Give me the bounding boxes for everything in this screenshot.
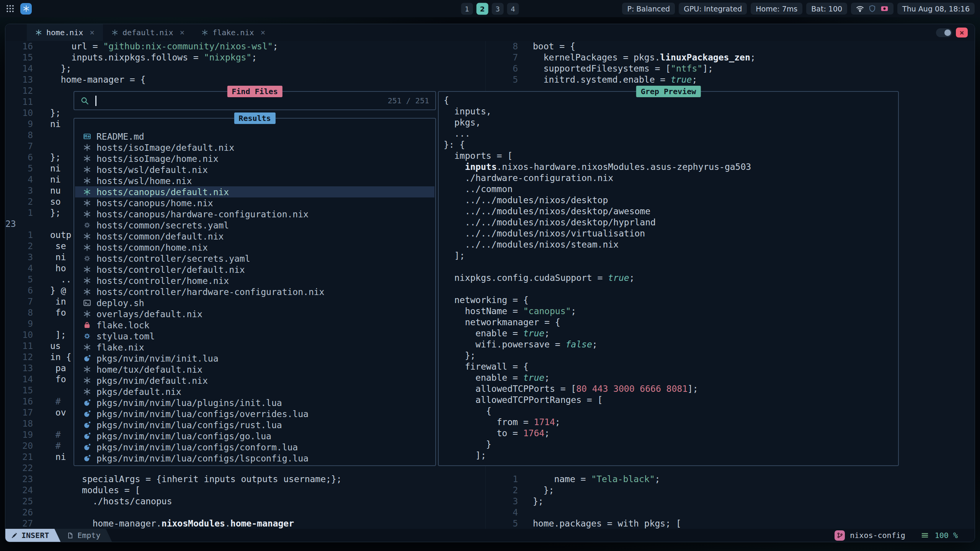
preview-content: { inputs, pkgs, ...}: { imports = [ inpu… (444, 95, 896, 464)
result-item[interactable]: hosts/common/default.nix (75, 231, 434, 242)
code-line: 5 initrd.systemd.enable = true; (486, 74, 975, 85)
pencil-icon (11, 532, 18, 539)
result-item[interactable]: hosts/controller/hardware-configuration.… (75, 286, 434, 297)
result-item[interactable]: pkgs/nvim/nvim/lua/configs/overrides.lua (75, 408, 434, 419)
preview-line: nixpkgs.config.cudaSupport = true; (444, 272, 896, 284)
result-item[interactable]: flake.nix (75, 342, 434, 353)
buffer-indicator: Empty (54, 529, 112, 542)
lua-icon (82, 454, 91, 462)
editor-tab[interactable]: home.nix× (27, 24, 103, 41)
result-item[interactable]: hosts/controller/home.nix (75, 275, 434, 286)
lua-icon (82, 432, 91, 440)
file-name: hosts/common/secrets.yaml (96, 220, 229, 230)
editor-tab[interactable]: default.nix× (103, 24, 193, 41)
status-module[interactable]: Home: 7ms (751, 3, 802, 15)
tab-close-icon[interactable]: × (90, 28, 95, 37)
nix-icon (82, 232, 91, 240)
telescope-results[interactable]: Results README.mdhosts/isoImage/default.… (74, 118, 436, 466)
apps-grid-icon[interactable] (5, 4, 15, 13)
result-item[interactable]: hosts/common/secrets.yaml (75, 220, 434, 231)
screen-record-icon[interactable] (880, 5, 889, 13)
workspace-button-1[interactable]: 1 (461, 3, 473, 15)
result-item[interactable]: hosts/controller/secrets.yaml (75, 253, 434, 264)
workspace-button-2[interactable]: 2 (477, 3, 488, 15)
tab-close-icon[interactable]: × (260, 28, 265, 37)
file-name: hosts/isoImage/home.nix (96, 154, 219, 164)
result-item[interactable]: pkgs/nvim/nvim/lua/configs/go.lua (75, 430, 434, 442)
shell-icon (82, 299, 91, 307)
result-item[interactable]: README.md (75, 131, 434, 142)
result-item[interactable]: hosts/wsl/default.nix (75, 164, 434, 175)
telescope-prompt[interactable]: Find Files 251 / 251 (74, 91, 436, 110)
result-item[interactable]: hosts/controller/default.nix (75, 264, 434, 275)
preview-line: allowedTCPPorts = [80 443 3000 6666 8081… (444, 383, 896, 395)
editor-area[interactable]: 16 url = "github:nix-community/nixos-wsl… (5, 41, 975, 529)
status-module[interactable]: Bat: 100 (806, 3, 847, 15)
preview-line: ... (444, 128, 896, 139)
result-item[interactable]: pkgs/default.nix (75, 386, 434, 397)
workspace-button-3[interactable]: 3 (492, 3, 504, 15)
status-module[interactable]: P: Balanced (622, 3, 675, 15)
tab-close-icon[interactable]: × (180, 28, 185, 37)
top-bar-left (5, 3, 32, 15)
shield-icon[interactable] (868, 5, 876, 13)
preview-line: hostName = "canopus"; (444, 306, 896, 317)
nix-icon (82, 266, 91, 274)
result-item[interactable]: flake.lock (75, 320, 434, 331)
file-name: pkgs/nvim/nvim/lua/configs/go.lua (96, 431, 271, 441)
file-name: flake.nix (96, 342, 144, 352)
file-name: pkgs/default.nix (96, 387, 181, 397)
result-item[interactable]: pkgs/nvim/default.nix (75, 375, 434, 386)
result-item[interactable]: hosts/common/home.nix (75, 242, 434, 253)
nix-icon (35, 29, 42, 36)
file-name: hosts/canopus/home.nix (96, 198, 213, 208)
code-line: 13 home-manager = { (5, 74, 485, 85)
preview-line: wifi.powersave = false; (444, 339, 896, 350)
clock[interactable]: Thu Aug 08, 18:16 (897, 3, 975, 15)
git-branch-icon (836, 532, 843, 539)
nix-icon (82, 310, 91, 318)
result-item[interactable]: hosts/canopus/default.nix (75, 186, 434, 197)
result-item[interactable]: pkgs/nvim/nvim/lua/plugins/init.lua (75, 397, 434, 408)
code-line: 2 }; (486, 485, 975, 496)
file-name: deploy.sh (96, 298, 144, 308)
window-close-button[interactable]: × (956, 28, 968, 37)
distro-logo-icon[interactable] (20, 3, 32, 15)
top-bar-right: P: BalancedGPU: IntegratedHome: 7msBat: … (622, 3, 975, 15)
result-item[interactable]: hosts/isoImage/default.nix (75, 142, 434, 153)
file-name: flake.lock (96, 320, 149, 330)
result-item[interactable]: deploy.sh (75, 297, 434, 308)
preview-line: enable = true; (444, 372, 896, 383)
workspace-button-4[interactable]: 4 (507, 3, 519, 15)
window-toggle[interactable] (936, 28, 952, 37)
editor-tab[interactable]: flake.nix× (193, 24, 274, 41)
result-item[interactable]: hosts/isoImage/home.nix (75, 153, 434, 164)
result-item[interactable]: hosts/canopus/home.nix (75, 197, 434, 209)
system-tray[interactable] (851, 3, 893, 15)
result-item[interactable]: home/tux/default.nix (75, 364, 434, 375)
result-counter: 251 / 251 (388, 92, 429, 109)
preview-line: inputs.nixos-hardware.nixosModules.asus-… (444, 161, 896, 173)
preview-line: from = 1714; (444, 417, 896, 428)
text-cursor (95, 96, 96, 106)
preview-line: }: { (444, 139, 896, 150)
result-item[interactable]: pkgs/nvim/nvim/init.lua (75, 353, 434, 364)
nix-icon (82, 166, 91, 174)
wifi-icon[interactable] (856, 5, 864, 13)
status-module[interactable]: GPU: Integrated (679, 3, 747, 15)
code-line: 4 (486, 507, 975, 518)
result-item[interactable]: pkgs/nvim/nvim/lua/configs/conform.lua (75, 442, 434, 453)
nix-icon (82, 199, 91, 207)
result-item[interactable]: pkgs/nvim/nvim/lua/configs/rust.lua (75, 419, 434, 430)
result-item[interactable]: pkgs/nvim/nvim/lua/configs/lspconfig.lua (75, 453, 434, 464)
result-item[interactable]: hosts/wsl/home.nix (75, 175, 434, 186)
preview-line (444, 284, 896, 295)
result-item[interactable]: stylua.toml (75, 331, 434, 342)
preview-line: networkmanager = { (444, 317, 896, 328)
result-item[interactable]: overlays/default.nix (75, 308, 434, 320)
window-controls: × (936, 28, 975, 37)
code-line: 24 modules = [ (5, 485, 485, 496)
scroll-lines-icon (921, 531, 929, 540)
code-line: 8boot = { (486, 41, 975, 52)
result-item[interactable]: hosts/canopus/hardware-configuration.nix (75, 209, 434, 220)
